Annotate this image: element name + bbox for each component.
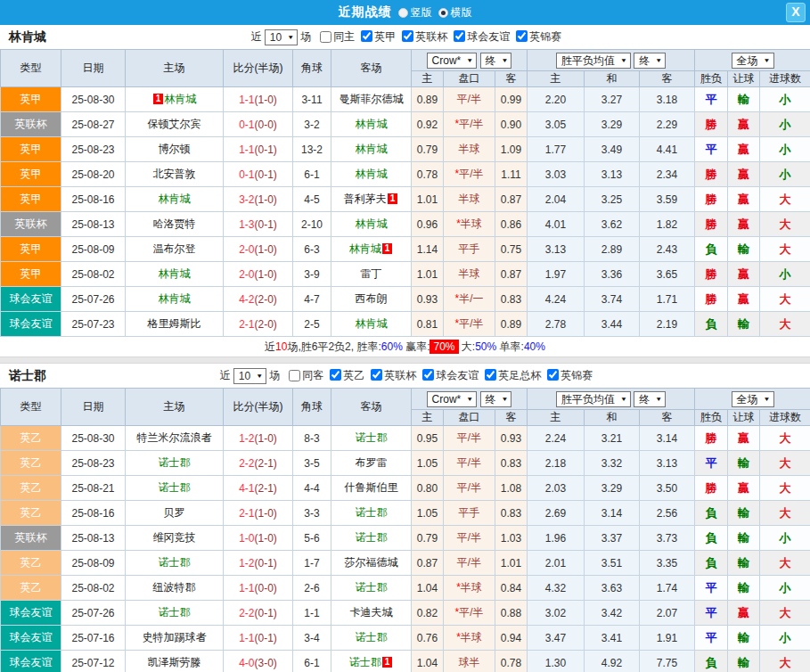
- home-team: 林肯城: [126, 262, 224, 287]
- team-name: 林肯城: [159, 267, 191, 280]
- page-title: 近期战绩: [339, 4, 392, 20]
- match-date: 25-08-21: [61, 476, 126, 501]
- layout-radio-vertical[interactable]: 竖版: [398, 5, 432, 20]
- europe-away-odds: 3.35: [640, 551, 695, 576]
- match-date: 25-07-26: [61, 287, 126, 312]
- europe-draw-odds: 3.14: [585, 501, 640, 526]
- handicap-line: 平/半: [444, 87, 495, 112]
- match-row: 英乙25-08-09诺士郡1-2(0-1)1-7莎尔福德城0.87平/半1.01…: [1, 551, 810, 576]
- summary-segment: 单率:: [496, 340, 524, 355]
- radio-icon[interactable]: [438, 8, 448, 18]
- handicap-line: 平/半: [444, 526, 495, 551]
- col-header-away: 客场: [331, 50, 412, 87]
- bookmaker-select[interactable]: Crow*▼: [427, 53, 478, 69]
- league-checkbox[interactable]: [454, 30, 465, 42]
- europe-home-odds: 1.30: [528, 651, 585, 672]
- col-header-corner: 角球: [293, 50, 331, 87]
- league-checkbox[interactable]: [485, 369, 496, 381]
- handicap-text: 平/半: [457, 431, 481, 444]
- league-checkbox[interactable]: [402, 30, 413, 42]
- fulltime-group: 全场▼: [695, 50, 810, 71]
- match-row: 英甲25-08-23博尔顿1-1(0-1)13-2林肯城0.79半球1.091.…: [1, 137, 810, 162]
- fulltime-score: 1-2: [239, 432, 254, 445]
- league-checkbox[interactable]: [371, 369, 382, 381]
- corner-count: 2-6: [293, 576, 331, 601]
- recent-count-select[interactable]: 10▼: [233, 368, 266, 384]
- result-wdl: 勝: [695, 287, 728, 312]
- away-team: 林肯城: [331, 162, 412, 187]
- crow-away-odds: 0.94: [495, 626, 528, 651]
- league-checkbox[interactable]: [547, 369, 559, 381]
- result-wdl: 負: [695, 237, 728, 262]
- league-tag: 英乙: [1, 426, 61, 451]
- same-side-checkbox[interactable]: [320, 31, 331, 43]
- league-tag: 英乙: [1, 501, 61, 526]
- league-checkbox[interactable]: [516, 30, 528, 42]
- team-name: 林肯城: [159, 292, 191, 305]
- europe-away-odds: 3.50: [640, 476, 695, 501]
- result-goals: 大: [760, 476, 810, 501]
- league-tag: 英乙: [1, 576, 61, 601]
- result-handicap: 贏: [728, 212, 760, 237]
- home-team: 林肯城: [126, 187, 224, 212]
- europe-away-odds: 1.71: [640, 287, 695, 312]
- europe-away-odds: 2.19: [640, 312, 695, 337]
- result-wdl: 勝: [695, 476, 728, 501]
- fulltime-select[interactable]: 全场▼: [732, 53, 774, 69]
- recent-label: 近: [220, 368, 231, 383]
- halftime-score: (2-1): [255, 457, 277, 470]
- result-handicap: 輸: [728, 551, 760, 576]
- crow-away-odds: 1.09: [495, 137, 528, 162]
- corner-count: 1-7: [293, 551, 331, 576]
- crow-home-odds: 0.95: [412, 426, 444, 451]
- result-goals: 大: [760, 287, 810, 312]
- crow-away-odds: 1.03: [495, 526, 528, 551]
- match-row: 球会友谊25-07-16史特加踢球者1-1(0-1)3-4诺士郡0.76*半球0…: [1, 626, 810, 651]
- rank-badge: 1: [382, 243, 393, 254]
- handicap-line: 球半: [444, 651, 495, 672]
- result-handicap: 贏: [728, 476, 760, 501]
- europe-stage-select[interactable]: 终▼: [634, 391, 666, 407]
- fulltime-score: 0-1: [239, 119, 254, 131]
- subheader-result-wdl: 胜负: [695, 410, 728, 426]
- handicap-line: 半球: [444, 262, 495, 287]
- team-section: 林肯城 近 10▼ 场 同主 英甲英联杯球会友谊英锦赛 类型: [0, 25, 810, 356]
- odds-stage-select[interactable]: 终▼: [480, 53, 512, 69]
- crow-away-odds: 0.89: [495, 312, 528, 337]
- match-row: 英乙25-08-21诺士郡4-1(2-1)4-4什鲁斯伯里0.80平/半1.08…: [1, 476, 810, 501]
- crow-away-odds: 0.90: [495, 112, 528, 137]
- league-checkbox[interactable]: [330, 369, 341, 381]
- league-tag: 球会友谊: [1, 601, 61, 626]
- recent-count-select[interactable]: 10▼: [265, 29, 298, 45]
- close-icon[interactable]: X: [786, 3, 806, 22]
- europe-avg-select[interactable]: 胜平负均值▼: [556, 391, 631, 407]
- halftime-score: (0-0): [255, 582, 277, 594]
- halftime-score: (0-1): [255, 143, 277, 156]
- corner-count: 6-1: [293, 651, 331, 672]
- europe-stage-select[interactable]: 终▼: [634, 53, 666, 69]
- result-goals: 大: [760, 212, 810, 237]
- league-checkbox[interactable]: [422, 369, 434, 381]
- fulltime-select[interactable]: 全场▼: [732, 391, 774, 407]
- bookmaker-select[interactable]: Crow*▼: [427, 391, 478, 407]
- league-checkbox-label: 英锦赛: [560, 369, 593, 381]
- result-handicap: 輸: [728, 576, 760, 601]
- handicap-line: 半球: [444, 187, 495, 212]
- odds-stage-select[interactable]: 终▼: [480, 391, 512, 407]
- team-name: 诺士郡: [356, 631, 388, 643]
- radio-icon[interactable]: [398, 8, 408, 18]
- handicap-text: 半球: [461, 217, 482, 230]
- handicap-line: *平/半: [444, 601, 495, 626]
- league-checkbox[interactable]: [361, 30, 372, 42]
- europe-avg-select[interactable]: 胜平负均值▼: [556, 53, 631, 69]
- layout-radio-horizontal[interactable]: 横版: [438, 5, 472, 20]
- handicap-text: 球半: [459, 656, 480, 668]
- crow-away-odds: 0.83: [495, 287, 528, 312]
- result-handicap: 贏: [728, 426, 760, 451]
- team-name: 诺士郡: [159, 556, 191, 569]
- match-date: 25-08-23: [61, 451, 126, 476]
- same-side-checkbox[interactable]: [289, 370, 300, 381]
- fulltime-score: 3-2: [239, 193, 254, 206]
- halftime-score: (0-1): [255, 218, 277, 231]
- result-handicap: 輸: [728, 501, 760, 526]
